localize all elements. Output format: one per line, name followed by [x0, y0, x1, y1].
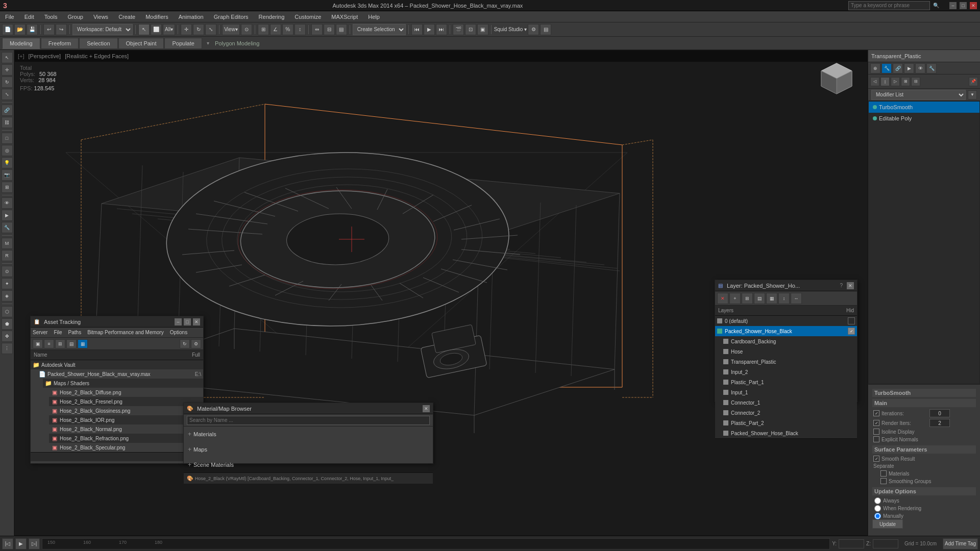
layer-row-default[interactable]: 0 (default) — [715, 316, 857, 326]
layer-row-hose[interactable]: Hose — [721, 346, 857, 357]
layer-row-connector1[interactable]: Connector_1 — [721, 397, 857, 408]
material-browser-titlebar[interactable]: 🎨 Material/Map Browser ✕ — [184, 403, 433, 414]
at-row-specular[interactable]: ▣ Hose_2_Black_Specular.png — [49, 443, 203, 452]
new-button[interactable]: 📄 — [2, 24, 13, 35]
lt-utility[interactable]: 🔧 — [2, 222, 13, 233]
layers-btn-close[interactable]: ✕ — [717, 293, 728, 304]
layers-btn-grid[interactable]: ⊞ — [742, 293, 753, 304]
tab-modeling[interactable]: Modeling — [2, 38, 40, 49]
smoothing-groups-checkbox[interactable] — [880, 478, 887, 484]
smooth-result-checkbox[interactable] — [873, 456, 879, 462]
menu-help[interactable]: Help — [366, 13, 382, 21]
asset-tracking-titlebar[interactable]: 📋 Asset Tracking – □ ✕ — [31, 316, 203, 328]
at-maximize-btn[interactable]: □ — [184, 318, 191, 325]
lt-render[interactable]: R — [2, 250, 13, 261]
tab-populate[interactable]: Populate — [164, 38, 202, 49]
at-row-ior[interactable]: ▣ Hose_2_Black_IOR.png — [49, 415, 203, 424]
layers-btn-detail[interactable]: ▦ — [766, 293, 777, 304]
render-scene-button[interactable]: 🎬 — [453, 24, 464, 35]
layers-btn-sort[interactable]: ↕ — [778, 293, 790, 304]
layers-btn-resize[interactable]: ↔ — [791, 293, 802, 304]
snap-toggle-button[interactable]: ⊞ — [258, 24, 269, 35]
layer-manager-button[interactable]: ▤ — [336, 24, 347, 35]
lt-extra4[interactable]: ⬡ — [2, 306, 13, 317]
search-input[interactable] — [848, 1, 930, 10]
lt-rotate[interactable]: ↻ — [2, 77, 13, 88]
layer-row-cardboard[interactable]: Cardboard_Backing — [721, 336, 857, 346]
layers-titlebar[interactable]: ▤ Layer: Packed_Shower_Ho... ? ✕ — [715, 280, 857, 291]
workspace-dropdown[interactable]: Workspace: Default — [72, 24, 133, 35]
lt-create-geo[interactable]: □ — [2, 133, 13, 144]
at-row-normal[interactable]: ▣ Hose_2_Black_Normal.png — [49, 424, 203, 434]
nav-ctrl-3[interactable]: ▷ — [891, 77, 900, 86]
at-btn-4[interactable]: ▤ — [66, 339, 77, 348]
rp-hierarchy-btn[interactable]: 🔗 — [893, 63, 903, 73]
lt-extra3[interactable]: ◈ — [2, 290, 13, 302]
create-selection-dropdown[interactable]: Create Selection — [353, 24, 406, 35]
radio-manually[interactable]: Manually — [874, 513, 976, 519]
redo-button[interactable]: ↪ — [56, 24, 67, 35]
nav-ctrl-1[interactable]: ◁ — [870, 77, 879, 86]
at-tree-content[interactable]: 📁 Autodesk Vault 📄 Packed_Shower_Hose_Bl… — [31, 360, 203, 452]
titlebar-controls[interactable]: 🔍 – □ ✕ — [848, 1, 977, 10]
at-menu-options[interactable]: Options — [170, 330, 187, 335]
mat-materials-row[interactable]: + Materials — [188, 429, 429, 440]
render-frame-button[interactable]: ▣ — [477, 24, 488, 35]
select-button[interactable]: ↖ — [138, 24, 150, 35]
rp-motion-btn[interactable]: ▶ — [904, 63, 914, 73]
layers-content[interactable]: 0 (default) Packed_Shower_Hose_Black ✓ C… — [715, 316, 857, 438]
open-button[interactable]: 📂 — [14, 24, 26, 35]
at-menu-file[interactable]: File — [54, 330, 62, 335]
at-btn-2[interactable]: ≡ — [44, 339, 54, 348]
radio-manually-input[interactable] — [874, 513, 881, 519]
at-menu-paths[interactable]: Paths — [68, 330, 82, 335]
at-menu-server[interactable]: Server — [33, 330, 47, 335]
at-row-diffuse[interactable]: ▣ Hose_2_Black_Diffuse.png — [49, 388, 203, 397]
lt-unlink[interactable]: ⛓ — [2, 117, 13, 128]
layers-btn-list[interactable]: ▤ — [754, 293, 765, 304]
lt-extra7[interactable]: ⋮ — [2, 343, 13, 354]
lt-display[interactable]: 👁 — [2, 197, 13, 209]
add-time-tag-btn[interactable]: Add Time Tag — [943, 538, 978, 549]
at-row-maps[interactable]: 📁 Maps / Shaders — [43, 379, 203, 388]
at-menu-bitmap[interactable]: Bitmap Performance and Memory — [87, 330, 164, 335]
layer-packed-vis[interactable]: ✓ — [848, 328, 855, 335]
lt-create-light[interactable]: 💡 — [2, 157, 13, 168]
lt-link[interactable]: 🔗 — [2, 105, 13, 116]
radio-when-rendering[interactable]: When Rendering — [874, 505, 976, 512]
tab-selection[interactable]: Selection — [79, 38, 117, 49]
mirror-button[interactable]: ⇔ — [311, 24, 323, 35]
play-button[interactable]: ▶ — [424, 24, 435, 35]
render-iters-input[interactable] — [929, 419, 950, 427]
at-settings-btn[interactable]: ⚙ — [191, 339, 201, 348]
next-frame-button[interactable]: ⏭ — [436, 24, 447, 35]
percent-snap-button[interactable]: % — [282, 24, 293, 35]
lt-create-shape[interactable]: ◎ — [2, 145, 13, 156]
rp-modify-btn[interactable]: 🔧 — [881, 63, 892, 73]
mat-maps-row[interactable]: + Maps — [188, 444, 429, 455]
timeline-z-input[interactable] — [873, 539, 898, 548]
reference-coord-dropdown[interactable]: View▾ — [222, 24, 240, 35]
render-type-button[interactable]: ⊡ — [465, 24, 476, 35]
layer-row-plastic2[interactable]: Plastic_Part_2 — [721, 418, 857, 428]
layer-row-input2[interactable]: Input_2 — [721, 367, 857, 377]
at-refresh-btn[interactable]: ↻ — [180, 339, 190, 348]
menu-maxscript[interactable]: MAXScript — [329, 13, 360, 21]
timeline-prev-btn[interactable]: |◁ — [2, 538, 13, 549]
iterations-input[interactable] — [929, 409, 950, 417]
at-minimize-btn[interactable]: – — [175, 318, 182, 325]
layer-row-connector2[interactable]: Connector_2 — [721, 408, 857, 418]
lt-select[interactable]: ↖ — [2, 52, 13, 63]
lt-extra1[interactable]: ⊙ — [2, 266, 13, 277]
mat-search-input[interactable] — [187, 416, 430, 425]
lt-material-editor[interactable]: M — [2, 238, 13, 249]
layer-row-transparent[interactable]: Transparent_Plastic — [721, 357, 857, 367]
render-iters-checkbox[interactable] — [873, 420, 879, 426]
timeline-play-btn[interactable]: ▶ — [15, 538, 27, 549]
minimize-button[interactable]: – — [949, 2, 957, 9]
timeline-track[interactable]: 150 160 170 180 — [42, 538, 830, 549]
close-button[interactable]: ✕ — [970, 2, 977, 9]
modifier-stack[interactable]: TurboSmooth Editable Poly — [868, 101, 980, 384]
prev-frame-button[interactable]: ⏮ — [411, 24, 423, 35]
at-btn-5[interactable]: ▦ — [78, 339, 88, 348]
